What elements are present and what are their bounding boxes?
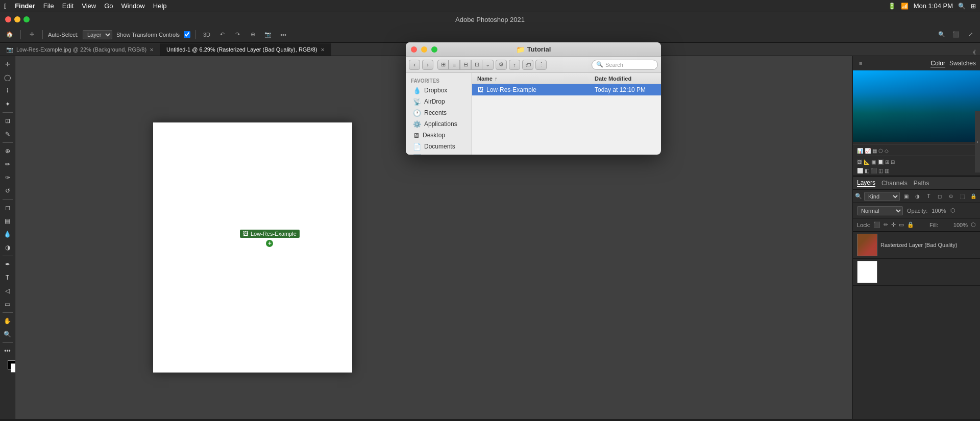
history-brush-tool[interactable]: ↺ — [2, 185, 14, 197]
auto-select-dropdown[interactable]: Layer — [83, 30, 112, 39]
style-icon-2[interactable]: ◧ — [865, 168, 869, 174]
target-icon[interactable]: ⊕ — [247, 29, 258, 40]
finder-close-button[interactable] — [411, 46, 417, 53]
tab-untitled[interactable]: Untitled-1 @ 6.29% (Rasterized Layer (Ba… — [160, 43, 331, 56]
layer-item-white[interactable] — [853, 259, 980, 286]
lock-artboards-icon[interactable]: ▭ — [899, 221, 904, 228]
sidebar-item-documents[interactable]: 📄 Documents — [408, 141, 470, 152]
smart-filter-icon[interactable]: ⊙ — [946, 192, 955, 201]
collapse-panels-icon[interactable]: ⟪ — [973, 49, 976, 56]
finder-icon-view[interactable]: ⊞ — [437, 60, 449, 70]
more-icon[interactable]: ••• — [278, 29, 289, 40]
ellipse-tool[interactable]: ◯ — [2, 71, 14, 84]
adjustment-icon-2[interactable]: 📈 — [865, 148, 871, 154]
fill-adjust-icon[interactable]: ⬡ — [971, 221, 976, 228]
menu-view[interactable]: View — [82, 2, 96, 10]
move-tool-icon[interactable]: ✛ — [26, 29, 37, 40]
layer-item-rasterized[interactable]: Rasterized Layer (Bad Quality) — [853, 232, 980, 259]
color-panel-adjust-icon[interactable]: ≡ — [857, 60, 862, 66]
pen-tool[interactable]: ✒ — [2, 258, 14, 270]
finder-column-view[interactable]: ⊟ — [460, 60, 471, 70]
finder-forward-button[interactable]: › — [422, 60, 433, 70]
ps-minimize-button[interactable] — [14, 16, 20, 22]
panel-collapse-btn[interactable]: ‹ — [975, 111, 980, 172]
ps-fullscreen-button[interactable] — [23, 16, 30, 22]
finder-back-button[interactable]: ‹ — [409, 60, 420, 70]
sidebar-item-desktop[interactable]: 🖥 Desktop — [408, 130, 470, 141]
opacity-adjust-icon[interactable]: ⬡ — [950, 207, 955, 214]
layer-icon-3[interactable]: ▣ — [871, 159, 876, 165]
search-toolbar-icon[interactable]: 🔍 — [936, 29, 947, 40]
sidebar-item-recents[interactable]: 🕐 Recents — [408, 107, 470, 118]
expand-icon[interactable]: ⤢ — [965, 29, 976, 40]
layout-icon[interactable]: ⬛ — [950, 29, 962, 40]
ps-close-button[interactable] — [5, 16, 11, 22]
rotate-left-icon[interactable]: ↶ — [216, 29, 228, 40]
text-tool[interactable]: T — [2, 271, 14, 284]
layer-icon-2[interactable]: 📐 — [864, 159, 870, 165]
zoom-tool[interactable]: 🔍 — [2, 328, 14, 340]
adjustment-icon-5[interactable]: ◇ — [885, 148, 889, 154]
paths-tab[interactable]: Paths — [914, 180, 929, 187]
lock-move-icon[interactable]: ✛ — [891, 221, 896, 228]
3d-mode-icon[interactable]: 3D — [201, 29, 212, 40]
lock-all-icon[interactable]: 🔒 — [907, 221, 914, 228]
lasso-tool[interactable]: ⌇ — [2, 85, 14, 97]
home-icon[interactable]: 🏠 — [4, 29, 15, 40]
menu-finder[interactable]: Finder — [15, 2, 35, 10]
lock-filter-icon[interactable]: 🔒 — [969, 192, 978, 201]
layer-icon-1[interactable]: 🖼 — [857, 159, 862, 165]
style-icon-4[interactable]: ◫ — [878, 168, 883, 174]
finder-gallery-view[interactable]: ⊡ — [471, 60, 482, 70]
magic-wand-tool[interactable]: ✦ — [2, 98, 14, 110]
kind-filter-select[interactable]: Kind — [864, 192, 900, 201]
layer-icon-4[interactable]: 🔲 — [877, 159, 884, 165]
tab-low-res[interactable]: 📷 Low-Res-Example.jpg @ 22% (Background,… — [0, 43, 160, 56]
tab-untitled-close[interactable]: ✕ — [321, 47, 325, 53]
finder-list-view[interactable]: ≡ — [449, 60, 460, 70]
layers-tab[interactable]: Layers — [857, 179, 875, 187]
swatches-tab[interactable]: Swatches — [949, 60, 976, 67]
finder-search-box[interactable]: 🔍 Search — [592, 60, 658, 70]
eraser-tool[interactable]: ◻ — [2, 202, 14, 214]
shape-filter-icon[interactable]: ◻ — [935, 192, 944, 201]
sidebar-item-applications[interactable]: ⚙️ Applications — [408, 118, 470, 130]
tab-low-res-close[interactable]: ✕ — [150, 47, 154, 53]
style-icon-5[interactable]: ▥ — [885, 168, 889, 174]
blur-tool[interactable]: 💧 — [2, 228, 14, 240]
adjustment-icon-3[interactable]: ▦ — [872, 148, 877, 154]
finder-file-row-low-res[interactable]: 🖼 Low-Res-Example Today at 12:10 PM — [472, 84, 661, 95]
menu-file[interactable]: File — [43, 2, 54, 10]
more-tools[interactable]: ••• — [2, 345, 14, 357]
style-icon-3[interactable]: ⬛ — [871, 168, 877, 174]
apple-menu[interactable]:  — [4, 2, 7, 10]
finder-fullscreen-button[interactable] — [431, 46, 437, 53]
layer-icon-6[interactable]: ⊟ — [891, 159, 895, 165]
type-filter-icon[interactable]: T — [924, 192, 933, 201]
lock-edit-icon[interactable]: ✏ — [884, 221, 888, 228]
finder-view-options[interactable]: ⌄ — [482, 60, 494, 70]
finder-tags-button[interactable]: 🏷 — [522, 60, 533, 70]
adjustment-icon-1[interactable]: 📊 — [857, 148, 863, 154]
heal-tool[interactable]: ⊕ — [2, 145, 14, 157]
finder-share-button[interactable]: ↑ — [509, 60, 520, 70]
menu-go[interactable]: Go — [104, 2, 113, 10]
shape-tool[interactable]: ▭ — [2, 298, 14, 310]
style-icon-1[interactable]: ⬜ — [857, 168, 863, 174]
rotate-right-icon[interactable]: ↷ — [232, 29, 243, 40]
show-transform-checkbox[interactable] — [184, 31, 190, 38]
layer-icon-5[interactable]: ⊞ — [885, 159, 889, 165]
blend-mode-select[interactable]: Normal — [857, 206, 903, 215]
crop-tool[interactable]: ⊡ — [2, 115, 14, 127]
gradient-tool[interactable]: ▤ — [2, 215, 14, 227]
finder-col-date[interactable]: Date Modified — [590, 76, 661, 82]
sidebar-item-downloads[interactable]: ⬇️ Downloads — [408, 152, 470, 155]
adjustment-filter-icon[interactable]: ◑ — [913, 192, 922, 201]
camera-icon[interactable]: 📷 — [262, 29, 274, 40]
path-tool[interactable]: ◁ — [2, 285, 14, 297]
sidebar-item-airdrop[interactable]: 📡 AirDrop — [408, 96, 470, 107]
finder-action-button[interactable]: ⚙ — [496, 60, 507, 70]
eyedropper-tool[interactable]: ✎ — [2, 128, 14, 140]
search-icon[interactable]: 🔍 — [958, 3, 966, 10]
dodge-tool[interactable]: ◑ — [2, 241, 14, 254]
